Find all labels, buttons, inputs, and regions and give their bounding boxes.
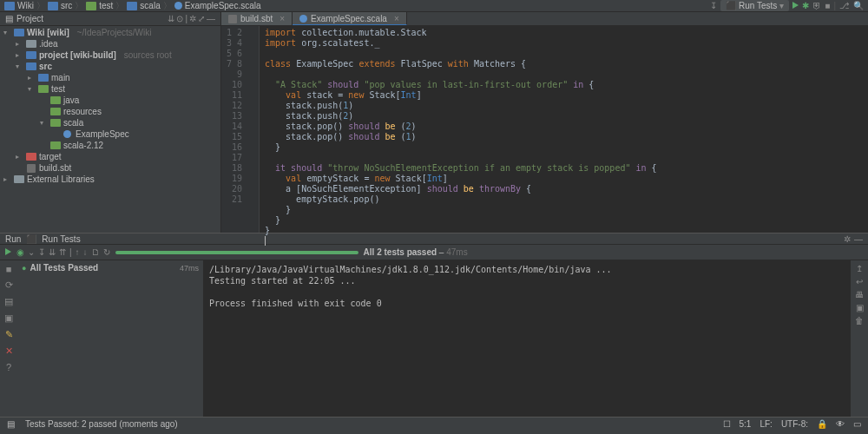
print-icon[interactable]: 🖶: [855, 290, 864, 299]
expand-icon[interactable]: ⇊: [49, 247, 56, 257]
trash-icon[interactable]: 🗑: [855, 316, 864, 326]
caret-position[interactable]: 5:1: [740, 419, 752, 429]
line-sep[interactable]: LF:: [760, 419, 772, 429]
rerun-button[interactable]: [5, 247, 11, 257]
collapse-icon[interactable]: ⇈: [59, 247, 66, 257]
code-area[interactable]: import collection.mutable.Stack import o…: [260, 26, 868, 233]
status-message: Tests Passed: 2 passed (moments ago): [25, 419, 178, 429]
filter-icon[interactable]: ⌄: [28, 247, 35, 257]
inspect-icon[interactable]: 👁: [836, 419, 845, 429]
run-side-icons: ■ ⟳ ▤ ▣ ✎ ✕ ?: [0, 260, 17, 417]
history-icon[interactable]: ↻: [103, 247, 110, 257]
breadcrumb-bar: Wiki〉 src〉 test〉 scala〉 ExampleSpec.scal…: [0, 0, 868, 12]
attach-icon[interactable]: ⟳: [5, 279, 13, 291]
close-icon[interactable]: ✕: [5, 345, 13, 357]
tab-build-sbt[interactable]: build.sbt×: [221, 12, 293, 25]
breadcrumb[interactable]: Wiki〉 src〉 test〉 scala〉 ExampleSpec.scal…: [4, 0, 261, 12]
test-console[interactable]: /Library/Java/JavaVirtualMachines/jdk1.8…: [204, 260, 851, 417]
mem-icon[interactable]: ▭: [853, 419, 861, 429]
wrap-icon[interactable]: ↩: [856, 277, 863, 286]
goto-icon[interactable]: ☐: [723, 419, 731, 429]
toggle-pass-icon[interactable]: ◉: [16, 247, 24, 257]
next-icon[interactable]: ↓: [83, 247, 88, 257]
step-icon[interactable]: ↧: [710, 1, 717, 10]
minimize-icon[interactable]: —: [854, 234, 863, 244]
project-icon: ▤: [5, 14, 13, 23]
dump-icon[interactable]: ▤: [4, 296, 13, 307]
pin-icon[interactable]: ▣: [4, 312, 13, 324]
test-tree[interactable]: ●All Tests Passed47ms: [17, 260, 204, 417]
git-button[interactable]: ⎇: [839, 1, 850, 10]
export-icon[interactable]: 🗋: [91, 247, 100, 257]
target-icon[interactable]: ⊙: [176, 14, 183, 23]
gear-icon[interactable]: ✲: [189, 14, 196, 23]
debug-button[interactable]: ✱: [802, 1, 809, 10]
help-icon[interactable]: ?: [6, 362, 11, 372]
close-icon[interactable]: ×: [394, 14, 399, 23]
close-icon[interactable]: ×: [279, 14, 285, 23]
clear-icon[interactable]: ▣: [856, 303, 864, 312]
status-bar: ▤ Tests Passed: 2 passed (moments ago) ☐…: [0, 417, 868, 431]
run-config-selector[interactable]: ⬛ Run Tests ▾: [720, 0, 789, 11]
wand-icon[interactable]: ✎: [5, 329, 13, 340]
search-button[interactable]: 🔍: [853, 1, 864, 10]
tab-examplespec[interactable]: ExampleSpec.scala×: [293, 12, 407, 25]
stop-button[interactable]: ■: [825, 1, 830, 10]
prev-icon[interactable]: ↑: [76, 247, 80, 257]
stop-icon[interactable]: ■: [6, 264, 12, 274]
scroll-icon[interactable]: ↥: [856, 264, 863, 273]
gear-icon[interactable]: ✲: [844, 234, 851, 244]
fold-gutter[interactable]: [247, 26, 260, 233]
hide-icon[interactable]: ⤢: [198, 14, 205, 23]
run-button[interactable]: [792, 1, 799, 10]
collapse-icon[interactable]: ⇊: [168, 14, 174, 23]
lock-icon[interactable]: 🔒: [817, 419, 827, 429]
progress-bar: [115, 251, 358, 254]
run-tool-header[interactable]: Run ⬛ Run Tests ✲—: [0, 233, 868, 245]
run-toolbar: ◉ ⌄ ↧ ⇊ ⇈ | ↑ ↓ 🗋 ↻ All 2 tests passed –…: [0, 245, 868, 260]
event-log-icon[interactable]: ▤: [7, 419, 15, 429]
tabbar: ▤ Project ⇊ ⊙ | ✲ ⤢ — build.sbt× Example…: [0, 12, 868, 26]
project-tree[interactable]: ▾Wiki [wiki] ~/IdeaProjects/Wiki ▸.idea …: [0, 26, 221, 233]
console-side-icons: ↥ ↩ 🖶 ▣ 🗑: [851, 260, 868, 417]
encoding[interactable]: UTF-8:: [781, 419, 808, 429]
line-gutter: 1 2 3 4 5 6 7 8 9 10 11 12 13 14 15 16 1…: [221, 26, 247, 233]
coverage-button[interactable]: ⛨: [812, 1, 821, 10]
minimize-icon[interactable]: —: [207, 14, 215, 23]
code-editor[interactable]: 1 2 3 4 5 6 7 8 9 10 11 12 13 14 15 16 1…: [221, 26, 868, 233]
sort-icon[interactable]: ↧: [38, 247, 45, 257]
project-tool-header[interactable]: ▤ Project ⇊ ⊙ | ✲ ⤢ —: [0, 12, 221, 25]
